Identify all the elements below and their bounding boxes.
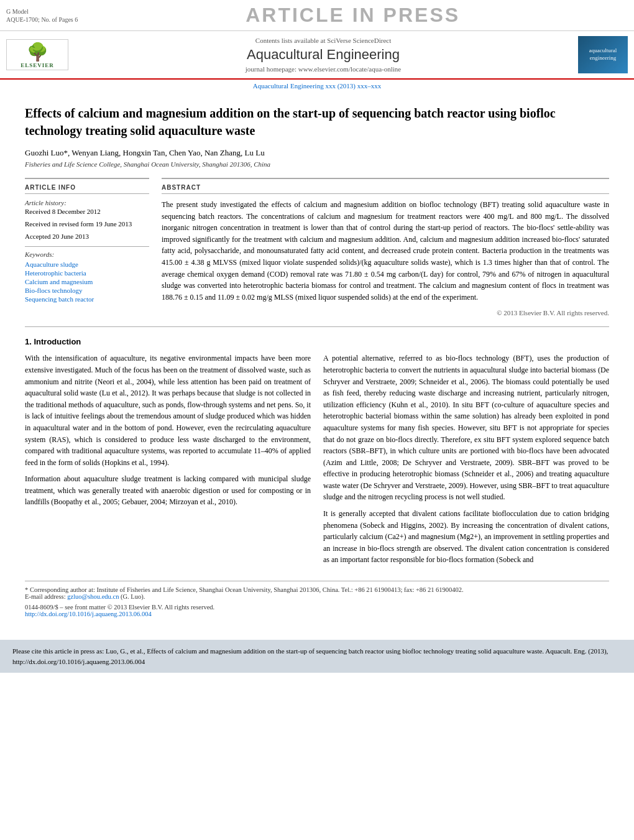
main-content: Effects of calcium and magnesium additio…	[0, 92, 634, 630]
intro-heading: 1. Introduction	[25, 337, 609, 346]
elsevier-label: ELSEVIER	[21, 62, 54, 68]
footnote-section: * Corresponding author at: Institute of …	[25, 581, 609, 617]
keyword-2[interactable]: Heterotrophic bacteria	[25, 269, 149, 277]
received-date: Received 8 December 2012	[25, 208, 149, 215]
accepted-date: Accepted 20 June 2013	[25, 233, 149, 240]
article-info-box: ARTICLE INFO Article history: Received 8…	[25, 178, 149, 316]
keywords-label: Keywords:	[25, 251, 149, 258]
history-label: Article history:	[25, 199, 149, 206]
journal-homepage[interactable]: journal homepage: www.elsevier.com/locat…	[75, 65, 572, 73]
intro-para-3: A potential alternative, referred to as …	[323, 353, 609, 503]
header-top: G Model AQUE-1700; No. of Pages 6 ARTICL…	[0, 0, 634, 31]
tree-icon: 🌳	[27, 42, 48, 62]
sciverse-link[interactable]: Contents lists available at SciVerse Sci…	[75, 37, 572, 44]
intro-col-right: A potential alternative, referred to as …	[323, 353, 609, 571]
paper-title: Effects of calcium and magnesium additio…	[25, 104, 609, 139]
journal-center: Contents lists available at SciVerse Sci…	[75, 37, 572, 73]
footnote-issn: 0144-8609/$ – see front matter © 2013 El…	[25, 604, 609, 611]
intro-para-1: With the intensification of aquaculture,…	[25, 353, 311, 468]
abstract-section: ABSTRACT The present study investigated …	[162, 178, 609, 316]
journal-header: 🌳 ELSEVIER Contents lists available at S…	[0, 31, 634, 80]
bottom-citation-bar: Please cite this article in press as: Lu…	[0, 640, 634, 673]
email-link[interactable]: gzluo@shou.edu.cn	[67, 593, 119, 600]
aquacultural-journal-link[interactable]: Aquacultural Engineering xxx (2013) xxx–…	[0, 80, 634, 92]
intro-para-4: It is generally accepted that divalent c…	[323, 508, 609, 566]
affiliation: Fisheries and Life Science College, Shan…	[25, 160, 609, 168]
g-model-info: G Model AQUE-1700; No. of Pages 6	[6, 7, 78, 24]
received-revised-date: Received in revised form 19 June 2013	[25, 220, 149, 228]
keywords-section: Keywords: Aquaculture sludge Heterotroph…	[25, 246, 149, 303]
elsevier-logo: 🌳 ELSEVIER	[6, 39, 68, 70]
intro-body-columns: With the intensification of aquaculture,…	[25, 353, 609, 571]
article-info-abstract-row: ARTICLE INFO Article history: Received 8…	[25, 178, 609, 316]
intro-col-left: With the intensification of aquaculture,…	[25, 353, 311, 571]
keyword-4[interactable]: Bio-flocs technology	[25, 287, 149, 294]
keyword-5[interactable]: Sequencing batch reactor	[25, 295, 149, 303]
authors-line: Guozhi Luo*, Wenyan Liang, Hongxin Tan, …	[25, 148, 609, 158]
article-in-press-banner: ARTICLE IN PRESS	[78, 4, 628, 27]
copyright: © 2013 Elsevier B.V. All rights reserved…	[162, 309, 609, 316]
intro-para-2: Information about aquaculture sludge tre…	[25, 473, 311, 508]
keyword-3[interactable]: Calcium and magnesium	[25, 278, 149, 285]
journal-logo-right: aquacultural engineering	[578, 36, 628, 73]
keyword-1[interactable]: Aquaculture sludge	[25, 261, 149, 268]
article-info-heading: ARTICLE INFO	[25, 184, 149, 194]
footnote-star: * Corresponding author at: Institute of …	[25, 586, 609, 593]
footnote-doi[interactable]: http://dx.doi.org/10.1016/j.aquaeng.2013…	[25, 611, 609, 617]
section-divider	[25, 326, 609, 327]
journal-title: Aquacultural Engineering	[75, 47, 572, 63]
footnote-email: E-mail address: gzluo@shou.edu.cn (G. Lu…	[25, 593, 609, 600]
abstract-text: The present study investigated the effec…	[162, 199, 609, 303]
abstract-heading: ABSTRACT	[162, 184, 609, 194]
